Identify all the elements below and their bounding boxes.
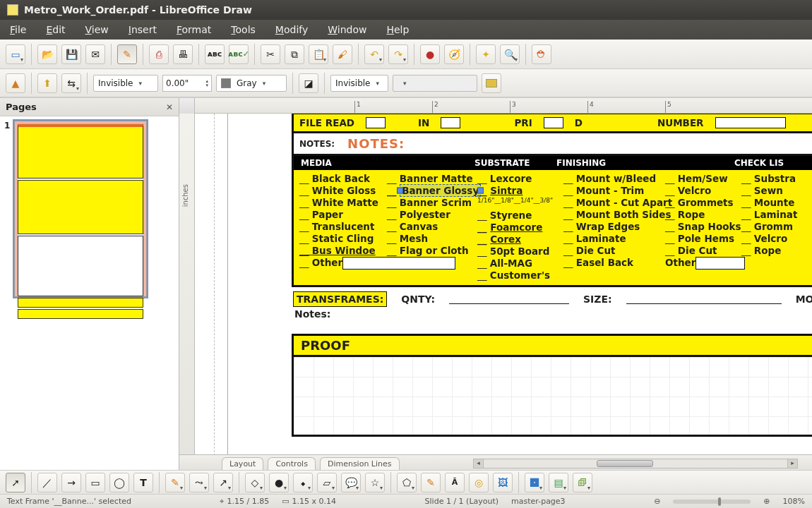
redo-button[interactable]: ↷: [388, 44, 408, 64]
area-color-select[interactable]: ▾: [393, 75, 477, 92]
opt[interactable]: Customer's: [477, 270, 563, 281]
selected-text-frame[interactable]: Banner Glossy: [400, 184, 481, 197]
pointer-tool[interactable]: ➚: [6, 473, 25, 492]
menu-format[interactable]: Format: [172, 23, 215, 37]
opt[interactable]: Banner Matte: [387, 173, 477, 184]
open-button[interactable]: 📂: [37, 44, 57, 64]
callouts-tool[interactable]: 💬: [341, 473, 361, 492]
symbol-shapes-tool[interactable]: ●: [269, 473, 289, 492]
line-width-spinner[interactable]: 0.00" ▴▾: [162, 75, 212, 92]
zoom-value[interactable]: 108%: [783, 497, 805, 506]
opt-other[interactable]: Other: [299, 257, 387, 270]
3d-objects-tool[interactable]: ⬠: [397, 473, 417, 492]
size-line[interactable]: [626, 294, 782, 304]
menu-edit[interactable]: Edit: [42, 23, 69, 37]
opt[interactable]: Die Cut: [563, 245, 665, 256]
paste-button[interactable]: 📋: [309, 44, 328, 64]
opt[interactable]: Wrap Edges: [563, 221, 665, 232]
menu-help[interactable]: Help: [382, 23, 413, 37]
alignment-tool[interactable]: 🞓: [525, 473, 544, 492]
menu-file[interactable]: File: [6, 23, 30, 37]
auto-spellcheck-button[interactable]: ᴀʙᴄ: [205, 44, 225, 64]
close-panel-button[interactable]: ✕: [166, 102, 173, 112]
input-box[interactable]: [366, 117, 386, 128]
opt[interactable]: Styrene: [477, 210, 563, 221]
shadow-button[interactable]: ◪: [299, 73, 318, 93]
text-tool[interactable]: T: [133, 473, 153, 492]
scroll-thumb[interactable]: [597, 460, 653, 467]
opt[interactable]: __ Sintra: [477, 185, 563, 196]
opt[interactable]: Pole Hems: [665, 233, 741, 244]
opt[interactable]: Black Back: [299, 173, 387, 184]
line-style-select[interactable]: Invisible ▾: [93, 75, 158, 92]
opt[interactable]: Gromm: [741, 221, 797, 232]
opt[interactable]: Flag or Cloth: [387, 245, 477, 256]
opt[interactable]: Sewn: [741, 185, 797, 196]
block-arrows-tool[interactable]: ⬥: [293, 473, 313, 492]
line-end-button[interactable]: ⬆: [37, 73, 57, 93]
other-input[interactable]: [695, 257, 745, 270]
view-tab-controls[interactable]: Controls: [268, 457, 316, 470]
zoom-out-button[interactable]: ⊖: [654, 497, 660, 506]
record-button[interactable]: ●: [420, 44, 440, 64]
opt[interactable]: Die Cut: [665, 245, 741, 256]
horizontal-ruler[interactable]: 1 2 3 4 5: [179, 98, 812, 114]
fontwork-tool[interactable]: ✎: [421, 473, 441, 492]
opt[interactable]: Mount - Cut Apart: [563, 197, 665, 208]
opt[interactable]: Lexcore: [477, 173, 563, 184]
opt[interactable]: Velcro: [741, 233, 797, 244]
navigator-button[interactable]: 🧭: [444, 44, 464, 64]
line-tool[interactable]: ／: [37, 473, 57, 492]
mail-button[interactable]: ✉: [85, 44, 105, 64]
opt[interactable]: All-MAG: [477, 258, 563, 269]
arrowheads-button[interactable]: ⇆: [61, 73, 81, 93]
save-button[interactable]: 💾: [61, 44, 81, 64]
opt-other[interactable]: Other: [665, 257, 741, 270]
horizontal-scrollbar[interactable]: ◂ ▸: [473, 459, 798, 468]
scroll-right-button[interactable]: ▸: [787, 459, 797, 468]
menu-insert[interactable]: Insert: [124, 23, 161, 37]
opt[interactable]: Mount - Trim: [563, 185, 665, 196]
opt[interactable]: Mounte: [741, 197, 797, 208]
basic-shapes-tool[interactable]: ◇: [245, 473, 265, 492]
qnty-line[interactable]: [449, 294, 569, 304]
view-tab-dimension-lines[interactable]: Dimension Lines: [320, 457, 400, 470]
vertical-ruler[interactable]: inches: [179, 114, 195, 454]
line-arrow-tool[interactable]: ↗: [213, 473, 233, 492]
rect-tool[interactable]: ▭: [85, 473, 105, 492]
opt[interactable]: 50pt Board: [477, 246, 563, 257]
area-swatch-button[interactable]: [482, 73, 501, 93]
export-pdf-button[interactable]: ⎙: [149, 44, 169, 64]
cut-button[interactable]: ✂: [261, 44, 280, 64]
opt[interactable]: __ Corex: [477, 234, 563, 245]
edit-mode-button[interactable]: ✎: [117, 44, 137, 64]
copy-button[interactable]: ⧉: [285, 44, 304, 64]
ellipse-tool[interactable]: ◯: [109, 473, 129, 492]
opt[interactable]: Hem/Sew: [665, 173, 741, 184]
input-box[interactable]: [715, 117, 786, 128]
opt[interactable]: Mount Both Sides: [563, 209, 665, 220]
undo-button[interactable]: ↶: [364, 44, 384, 64]
new-button[interactable]: ▭: [6, 44, 25, 64]
opt[interactable]: White Gloss: [299, 185, 387, 196]
opt[interactable]: White Matte: [299, 197, 387, 208]
input-box[interactable]: [441, 117, 460, 128]
stars-tool[interactable]: ☆: [365, 473, 385, 492]
opt[interactable]: Mount w/Bleed: [563, 173, 665, 184]
opt[interactable]: Banner Scrim: [387, 197, 477, 208]
opt[interactable]: Substra: [741, 173, 797, 184]
menu-modify[interactable]: Modify: [271, 23, 312, 37]
opt[interactable]: Paper: [299, 209, 387, 220]
menu-view[interactable]: View: [81, 23, 113, 37]
opt[interactable]: Mesh: [387, 233, 477, 244]
area-style-select[interactable]: Invisible ▾: [330, 75, 388, 92]
opt[interactable]: __ Foamcore: [477, 222, 563, 233]
opt[interactable]: Canvas: [387, 221, 477, 232]
input-box[interactable]: [544, 117, 563, 128]
proof-body[interactable]: [294, 357, 812, 435]
opt[interactable]: Translucent: [299, 221, 387, 232]
opt[interactable]: Velcro: [665, 185, 741, 196]
opt[interactable]: Polyester: [387, 209, 477, 220]
menu-window[interactable]: Window: [323, 23, 371, 37]
arrange-tool[interactable]: ▤: [549, 473, 568, 492]
